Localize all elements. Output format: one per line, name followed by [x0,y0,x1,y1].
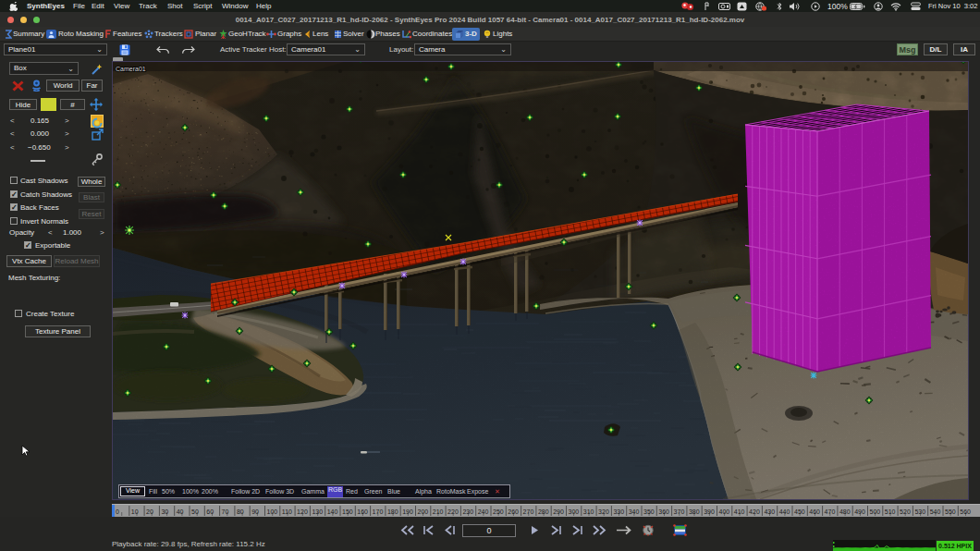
svg-text:420: 420 [749,508,760,515]
svg-text:290: 290 [553,508,564,515]
svg-text:380: 380 [689,508,700,515]
svg-text:160: 160 [357,508,368,515]
svg-text:40: 40 [177,508,184,515]
svg-text:240: 240 [478,508,489,515]
svg-text:70: 70 [222,508,229,515]
svg-text:250: 250 [493,508,504,515]
svg-text:540: 540 [930,508,941,515]
svg-text:170: 170 [373,508,384,515]
svg-text:430: 430 [764,508,775,515]
svg-text:60: 60 [206,508,214,515]
svg-text:510: 510 [885,508,896,515]
svg-text:320: 320 [598,508,609,515]
svg-text:410: 410 [734,508,745,515]
svg-text:100: 100 [267,508,278,515]
svg-text:520: 520 [900,508,911,515]
svg-text:260: 260 [508,508,519,515]
svg-text:200: 200 [418,508,429,515]
svg-text:370: 370 [674,508,685,515]
svg-text:0: 0 [116,508,119,515]
svg-text:80: 80 [237,508,244,515]
svg-text:390: 390 [704,508,715,515]
svg-text:360: 360 [658,508,669,515]
svg-text:280: 280 [538,508,549,515]
svg-text:220: 220 [447,508,459,515]
svg-text:450: 450 [794,508,805,515]
svg-text:350: 350 [643,508,655,515]
svg-text:270: 270 [523,508,534,515]
svg-text:190: 190 [402,508,413,515]
svg-text:90: 90 [251,508,259,515]
svg-text:30: 30 [161,508,168,515]
svg-text:50: 50 [191,508,199,515]
svg-text:500: 500 [870,508,881,515]
svg-text:470: 470 [825,508,836,515]
svg-text:130: 130 [312,508,323,515]
svg-text:Camera01: Camera01 [116,66,146,72]
svg-text:330: 330 [613,508,624,515]
svg-text:440: 440 [779,508,790,515]
svg-text:140: 140 [327,508,338,515]
svg-text:120: 120 [297,508,308,515]
svg-text:340: 340 [629,508,640,515]
svg-text:10: 10 [131,508,139,515]
svg-text:310: 310 [583,508,594,515]
svg-text:550: 550 [945,508,956,515]
svg-text:400: 400 [719,508,730,515]
svg-text:110: 110 [282,508,292,515]
svg-text:460: 460 [809,508,820,515]
svg-text:20: 20 [146,508,153,515]
svg-text:530: 530 [914,508,925,515]
svg-text:300: 300 [569,508,580,515]
svg-text:490: 490 [854,508,865,515]
svg-text:210: 210 [433,508,444,515]
svg-text:230: 230 [462,508,473,515]
svg-text:480: 480 [839,508,851,515]
svg-text:180: 180 [387,508,398,515]
svg-text:150: 150 [342,508,353,515]
svg-text:560: 560 [960,508,971,515]
